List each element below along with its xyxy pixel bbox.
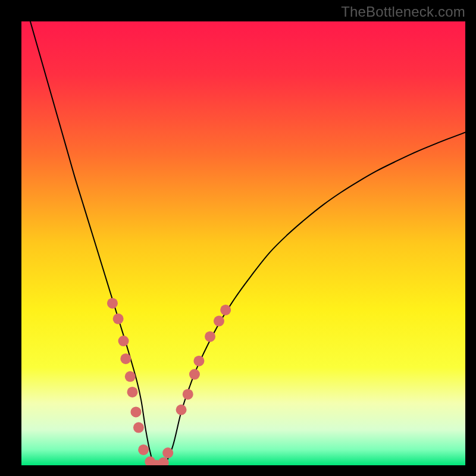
data-marker bbox=[113, 314, 124, 324]
data-marker bbox=[158, 458, 169, 465]
data-marker bbox=[133, 422, 144, 433]
data-marker bbox=[214, 316, 224, 327]
data-marker bbox=[127, 387, 138, 397]
data-marker bbox=[130, 406, 141, 417]
data-marker bbox=[189, 369, 200, 380]
data-marker bbox=[205, 331, 215, 342]
chart-frame: TheBottleneck.com bbox=[0, 0, 476, 476]
chart-svg bbox=[21, 21, 465, 465]
data-marker bbox=[125, 371, 136, 382]
data-marker bbox=[193, 356, 204, 367]
data-marker bbox=[176, 405, 187, 415]
data-marker bbox=[183, 389, 193, 400]
series-bottleneck-curve bbox=[30, 21, 465, 465]
data-marker bbox=[118, 336, 129, 346]
plot-area bbox=[21, 21, 465, 465]
data-marker bbox=[162, 447, 173, 458]
data-marker bbox=[120, 353, 131, 364]
data-marker bbox=[138, 444, 149, 455]
data-marker bbox=[107, 298, 118, 309]
data-marker bbox=[220, 305, 231, 315]
watermark-text: TheBottleneck.com bbox=[341, 4, 465, 20]
